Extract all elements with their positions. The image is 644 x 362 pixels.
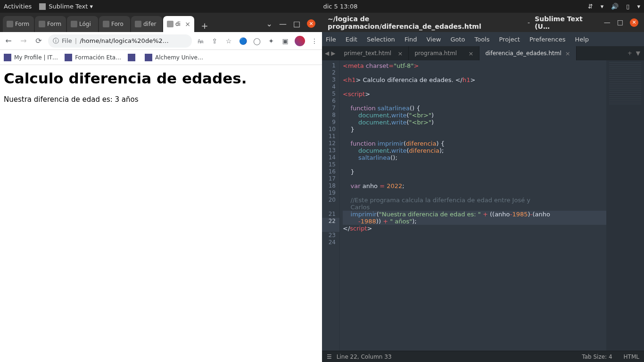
back-button[interactable]: ← — [3, 35, 14, 47]
system-menu-icon[interactable]: ▾ — [637, 3, 640, 10]
page-text: Nuestra diferencia de edad es: 3 años — [4, 95, 318, 104]
chrome-window: FormFormLógiForodiferdi× + ⌄ — □ ✕ ← → ⟳… — [0, 13, 322, 362]
tab-favicon-icon — [167, 21, 173, 27]
info-icon: ⓘ — [53, 37, 59, 45]
app-menu[interactable]: Sublime Text ▾ — [39, 3, 93, 10]
ext2-icon[interactable]: ◯ — [252, 36, 262, 46]
minimize-button[interactable]: — — [279, 19, 287, 28]
menu-selection[interactable]: Selection — [367, 36, 395, 43]
sublime-titlebar: ~/logica de programacion/diferencia_de_e… — [322, 13, 644, 32]
tab-label: Foro — [111, 21, 124, 27]
menu-file[interactable]: File — [326, 36, 336, 43]
tab-favicon-icon — [71, 21, 77, 27]
bookmark-icon[interactable]: ☆ — [224, 36, 233, 46]
bookmark-item[interactable] — [128, 54, 138, 61]
tab-favicon-icon — [135, 21, 141, 27]
ext3-icon[interactable]: ▣ — [281, 36, 290, 46]
tab-prev-icon[interactable]: ◀ — [325, 50, 329, 57]
close-button[interactable]: ✕ — [630, 18, 638, 27]
status-hamburger-icon[interactable]: ☰ — [327, 354, 332, 360]
menu-edit[interactable]: Edit — [346, 36, 357, 43]
line-gutter: 1234567891011121314151617181920 2122 232… — [322, 60, 340, 351]
bookmark-item[interactable]: My Profile | IT… — [4, 54, 58, 61]
tab-label: difer — [143, 21, 157, 27]
tab-close-icon[interactable]: × — [398, 50, 403, 57]
wifi-icon[interactable]: ▾ — [601, 3, 604, 10]
status-tabsize[interactable]: Tab Size: 4 — [582, 354, 612, 360]
chrome-toolbar: ← → ⟳ ⓘ File | /home/nat/logica%20de%2… … — [0, 32, 322, 50]
browser-tab[interactable]: difer — [131, 16, 162, 32]
gnome-topbar: Activities Sublime Text ▾ dic 5 13:08 ⇵ … — [0, 0, 644, 13]
browser-tab[interactable]: Foro — [99, 16, 130, 32]
ext1-icon[interactable]: 🔵 — [238, 36, 248, 46]
maximize-button[interactable]: □ — [617, 18, 623, 27]
translate-icon[interactable]: 🗛 — [196, 36, 205, 46]
forward-button[interactable]: → — [18, 35, 29, 47]
page-content: Calculo diferencia de edades. Nuestra di… — [0, 65, 322, 362]
browser-tab[interactable]: Form — [3, 16, 34, 32]
menu-help[interactable]: Help — [575, 36, 589, 43]
editor-tab-label: primer_text.html — [344, 50, 391, 57]
minimap[interactable] — [606, 60, 644, 351]
editor-area[interactable]: 1234567891011121314151617181920 2122 232… — [322, 60, 644, 351]
editor-tab[interactable]: programa.html× — [409, 46, 479, 60]
sublime-window: ~/logica de programacion/diferencia_de_e… — [322, 13, 644, 362]
tab-close-icon[interactable]: × — [469, 50, 474, 57]
sublime-tabbar: ◀ ▶ primer_text.html×programa.html×difer… — [322, 46, 644, 60]
menu-find[interactable]: Find — [405, 36, 417, 43]
profile-avatar[interactable] — [295, 36, 305, 46]
status-syntax[interactable]: HTML — [624, 354, 639, 360]
bookmark-label: Alchemy Unive… — [155, 54, 203, 61]
bookmark-label: Formación Eta… — [75, 54, 121, 61]
editor-tab[interactable]: diferencia_de_edades.html× — [479, 46, 576, 60]
dropdown-icon[interactable]: ⌄ — [266, 19, 272, 28]
menu-preferences[interactable]: Preferences — [529, 36, 565, 43]
bookmark-item[interactable]: Formación Eta… — [65, 54, 121, 61]
volume-icon[interactable]: 🔊 — [611, 3, 619, 10]
clock[interactable]: dic 5 13:08 — [323, 3, 357, 10]
address-bar[interactable]: ⓘ File | /home/nat/logica%20de%2… — [48, 34, 192, 48]
sublime-icon — [39, 3, 46, 10]
dropbox-icon[interactable]: ⇵ — [588, 3, 593, 10]
tab-favicon-icon — [103, 21, 109, 27]
bookmark-label: My Profile | IT… — [14, 54, 58, 61]
tab-new-icon[interactable]: + — [627, 50, 632, 57]
minimize-button[interactable]: — — [604, 18, 611, 27]
menu-tools[interactable]: Tools — [474, 36, 489, 43]
close-button[interactable]: ✕ — [307, 19, 315, 28]
bookmark-favicon-icon — [4, 54, 11, 61]
reload-button[interactable]: ⟳ — [33, 35, 44, 47]
tab-label: di — [175, 21, 181, 27]
title-path: ~/logica de programacion/diferencia_de_e… — [328, 15, 523, 30]
editor-tab-label: programa.html — [414, 50, 457, 57]
status-bar: ☰ Line 22, Column 33 Tab Size: 4 HTML — [322, 351, 644, 362]
tab-favicon-icon — [7, 21, 13, 27]
menu-goto[interactable]: Goto — [450, 36, 465, 43]
title-app: Sublime Text (U… — [535, 15, 599, 30]
browser-tab[interactable]: di× — [163, 16, 194, 32]
browser-tab[interactable]: Lógi — [67, 16, 98, 32]
tab-label: Lógi — [79, 21, 91, 27]
page-heading: Calculo diferencia de edades. — [4, 70, 318, 87]
menu-icon[interactable]: ⋮ — [310, 36, 319, 46]
maximize-button[interactable]: □ — [293, 19, 300, 28]
tab-label: Form — [47, 21, 61, 27]
menu-view[interactable]: View — [427, 36, 441, 43]
editor-tab[interactable]: primer_text.html× — [338, 46, 409, 60]
menu-project[interactable]: Project — [499, 36, 520, 43]
new-tab-button[interactable]: + — [198, 19, 211, 32]
tab-next-icon[interactable]: ▶ — [331, 50, 335, 57]
tab-close-icon[interactable]: × — [565, 50, 570, 57]
activities-button[interactable]: Activities — [4, 3, 32, 10]
tab-label: Form — [15, 21, 29, 27]
tab-close-icon[interactable]: × — [185, 20, 190, 28]
battery-icon[interactable]: ▯ — [626, 3, 629, 10]
tab-favicon-icon — [39, 21, 45, 27]
code-view[interactable]: <meta charset="utf-8"> <h1> Calculo dife… — [340, 60, 606, 351]
bookmark-item[interactable]: Alchemy Unive… — [145, 54, 203, 61]
share-icon[interactable]: ⇪ — [210, 36, 219, 46]
browser-tab[interactable]: Form — [35, 16, 66, 32]
tab-menu-icon[interactable]: ▼ — [636, 50, 640, 57]
extensions-icon[interactable]: ✦ — [266, 36, 276, 46]
sublime-menubar: FileEditSelectionFindViewGotoToolsProjec… — [322, 32, 644, 46]
